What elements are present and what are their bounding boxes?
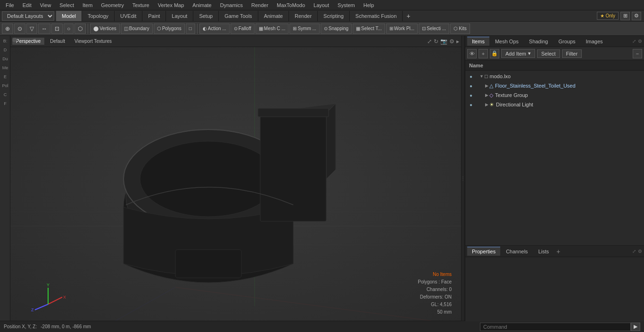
layout-tab-scripting[interactable]: Scripting <box>318 11 350 21</box>
layout-tab-layout[interactable]: Layout <box>166 11 193 21</box>
viewport-tab-perspective[interactable]: Perspective <box>12 38 44 45</box>
boundary-button[interactable]: ◫ Boundary <box>121 24 153 34</box>
menu-file[interactable]: File <box>2 1 18 9</box>
menu-item[interactable]: Item <box>79 1 96 9</box>
layout-tab-model[interactable]: Model <box>56 11 82 21</box>
toolbar-ortho-mode[interactable]: ⊙ <box>14 24 25 34</box>
snapping-button[interactable]: ⊙ Snapping <box>321 24 352 34</box>
sidebar-item-c[interactable]: C <box>0 90 10 99</box>
layout-dropdown[interactable]: Default Layouts <box>2 11 54 21</box>
toolbar-hex[interactable]: ⬡ <box>74 24 86 34</box>
tree-row-root[interactable]: ● ▼ □ modo.lxo <box>465 72 644 81</box>
menu-edit[interactable]: Edit <box>19 1 35 9</box>
tree-row-floor-mesh[interactable]: ● ▶ △ Floor_Stainless_Steel_Toilet_Used <box>465 81 644 90</box>
viewport[interactable]: Perspective Default Viewport Textures ⤢ … <box>10 36 461 321</box>
toolbar-circle[interactable]: ○ <box>64 24 74 34</box>
expand-texgroup-arrow[interactable]: ▶ <box>485 93 488 97</box>
star-only-button[interactable]: ★ Only <box>597 12 619 20</box>
expand-light-arrow[interactable]: ▶ <box>485 102 488 107</box>
command-input[interactable] <box>480 323 631 331</box>
eye-icon-texgroup[interactable]: ● <box>467 91 475 99</box>
items-minus-btn[interactable]: − <box>633 49 642 58</box>
menu-animate[interactable]: Animate <box>189 1 215 9</box>
vertices-button[interactable]: ⬤ Vertices <box>90 24 120 34</box>
filter-button[interactable]: Filter <box>562 49 582 58</box>
panel-tab-groups[interactable]: Groups <box>553 37 580 46</box>
panel-divider[interactable]: ⋮ <box>461 36 465 321</box>
sidebar-item-du[interactable]: Du <box>0 55 10 63</box>
command-run-button[interactable]: ▶ <box>631 323 640 331</box>
menu-layout[interactable]: Layout <box>310 1 333 9</box>
tree-row-texture-group[interactable]: ● ▶ ◇ Texture Group <box>465 90 644 100</box>
layout-tab-setup[interactable]: Setup <box>193 11 219 21</box>
action-button[interactable]: ◐ Action ... <box>199 24 230 34</box>
layout-tab-render[interactable]: Render <box>289 11 318 21</box>
tree-row-directional-light[interactable]: ● ▶ ☀ Directional Light <box>465 100 644 109</box>
panel-settings-icon[interactable]: ⚙ <box>638 39 642 44</box>
layout-tab-animate[interactable]: Animate <box>258 11 289 21</box>
menu-view[interactable]: View <box>36 1 55 9</box>
select-rect-button[interactable]: □ <box>186 24 195 34</box>
panel-tab-items[interactable]: Items <box>467 37 489 46</box>
toolbar-view-mode[interactable]: ⊕ <box>2 24 13 34</box>
kits-button[interactable]: ⬡ Kits <box>450 24 470 34</box>
menu-maxtomodo[interactable]: MaxToModo <box>273 1 309 9</box>
eye-icon-mesh[interactable]: ● <box>467 82 475 89</box>
sidebar-item-b[interactable]: B: <box>0 37 10 45</box>
eye-icon-root[interactable]: ● <box>467 73 475 80</box>
prop-tab-properties[interactable]: Properties <box>467 247 500 256</box>
viewport-camera-icon[interactable]: 📷 <box>440 38 447 45</box>
layout-tab-paint[interactable]: Paint <box>142 11 166 21</box>
layout-tab-schematic[interactable]: Schematic Fusion <box>350 11 403 21</box>
viewport-settings-icon[interactable]: ⚙ <box>449 38 454 45</box>
scene-tree[interactable]: ● ▼ □ modo.lxo ● ▶ △ Floor_Stainless_Ste… <box>465 71 644 245</box>
panel-tab-meshops[interactable]: Mesh Ops <box>490 37 523 46</box>
falloff-button[interactable]: ⊙ Falloff <box>231 24 255 34</box>
selecti-button[interactable]: ⊡ Selecti ... <box>419 24 449 34</box>
eye-icon-light[interactable]: ● <box>467 101 475 108</box>
prop-tab-lists[interactable]: Lists <box>534 247 554 256</box>
toolbar-select-mode[interactable]: ▽ <box>26 24 37 34</box>
menu-geometry[interactable]: Geometry <box>97 1 127 9</box>
layout-tab-uvedit[interactable]: UVEdit <box>115 11 142 21</box>
menu-vertex-map[interactable]: Vertex Map <box>154 1 188 9</box>
symm-button[interactable]: ⊞ Symm ... <box>289 24 319 34</box>
layout-fullscreen-btn[interactable]: ⊞ <box>620 12 630 20</box>
toolbar-transform[interactable]: ↔ <box>38 24 50 34</box>
sidebar-item-d[interactable]: D <box>0 46 10 54</box>
panel-tab-shading[interactable]: Shading <box>524 37 553 46</box>
sidebar-item-f[interactable]: F <box>0 99 10 108</box>
add-item-button[interactable]: Add Item ▾ <box>501 49 535 58</box>
menu-select[interactable]: Select <box>56 1 78 9</box>
prop-settings-icon[interactable]: ⚙ <box>638 249 642 254</box>
expand-mesh-arrow[interactable]: ▶ <box>485 83 488 88</box>
prop-tab-channels[interactable]: Channels <box>501 247 532 256</box>
expand-root-arrow[interactable]: ▼ <box>479 74 484 79</box>
viewport-maximize-icon[interactable]: ⤢ <box>427 38 432 45</box>
layout-settings-btn[interactable]: ⚙ <box>632 12 641 20</box>
layout-tab-add[interactable]: + <box>403 11 414 21</box>
items-eye-btn[interactable]: 👁 <box>467 49 477 58</box>
viewport-tab-textures[interactable]: Viewport Textures <box>71 38 116 45</box>
items-add-btn[interactable]: + <box>479 49 488 58</box>
sidebar-item-pol[interactable]: Pol <box>0 81 10 90</box>
viewport-chevron-icon[interactable]: ▸ <box>456 38 459 45</box>
viewport-canvas[interactable]: X Y Z No Items Polygons : Face Channels:… <box>10 47 461 321</box>
layout-tab-topology[interactable]: Topology <box>82 11 115 21</box>
select-button[interactable]: Select <box>537 49 560 58</box>
menu-texture[interactable]: Texture <box>129 1 153 9</box>
prop-expand-icon[interactable]: ⤢ <box>632 249 636 254</box>
panel-tab-images[interactable]: Images <box>581 37 608 46</box>
menu-dynamics[interactable]: Dynamics <box>216 1 247 9</box>
polygons-button[interactable]: ⬡ Polygons <box>154 24 185 34</box>
work-pl-button[interactable]: ⊞ Work Pl... <box>386 24 418 34</box>
viewport-rotate-icon[interactable]: ↻ <box>434 38 438 45</box>
items-lock-btn[interactable]: 🔒 <box>490 49 499 58</box>
select-t-button[interactable]: ▦ Select T... <box>353 24 385 34</box>
sidebar-item-me[interactable]: Me <box>0 64 10 72</box>
viewport-tab-default[interactable]: Default <box>46 38 69 45</box>
menu-system[interactable]: System <box>334 1 359 9</box>
sidebar-item-e[interactable]: E <box>0 73 10 81</box>
layout-tab-gametools[interactable]: Game Tools <box>219 11 258 21</box>
menu-render[interactable]: Render <box>248 1 272 9</box>
